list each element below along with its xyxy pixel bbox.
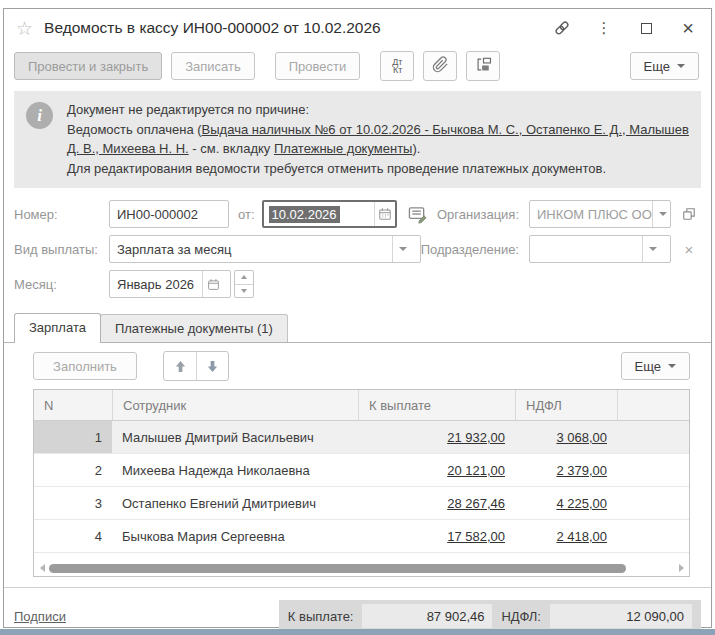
table-row[interactable]: 2 Михеева Надежда Николаевна 20 121,00 2…	[34, 454, 689, 487]
paperclip-icon	[432, 56, 449, 76]
date-label: от:	[238, 207, 255, 222]
row-paytype-department: Вид выплаты: Зарплата за месяц Подраздел…	[14, 235, 701, 263]
favorite-star-icon[interactable]: ☆	[16, 19, 33, 38]
employee-name: Остапенко Евгений Дмитриевич	[112, 487, 358, 519]
organization-field[interactable]: ИНКОМ ПЛЮС ОО	[529, 200, 671, 228]
ndfl-amount-link[interactable]: 2 418,00	[556, 529, 607, 544]
table-row[interactable]: 1 Малышев Дмитрий Васильевич 21 932,00 3…	[34, 421, 689, 454]
scroll-left-icon[interactable]	[37, 564, 47, 572]
move-buttons	[163, 351, 229, 381]
chevron-down-icon	[677, 64, 685, 68]
dtkt-icon: ДтКт	[392, 58, 402, 74]
employee-name: Михеева Надежда Николаевна	[112, 454, 358, 486]
payout-amount-link[interactable]: 21 932,00	[447, 430, 505, 445]
payment-documents-link[interactable]: Платежные документы	[274, 141, 412, 156]
date-selected-text: 10.02.2026	[269, 206, 340, 223]
employees-table: N Сотрудник К выплате НДФЛ 1 Малышев Дми…	[33, 389, 690, 577]
tab-salary[interactable]: Зарплата	[14, 313, 101, 343]
toolbar-more-button[interactable]: Еще	[630, 52, 699, 80]
row-number: 4	[34, 520, 112, 552]
payment-type-field[interactable]: Зарплата за месяц	[109, 235, 421, 263]
notice-line3: Для редактирования ведомости требуется о…	[67, 159, 689, 179]
department-clear-icon[interactable]: ×	[677, 236, 701, 262]
table-more-button[interactable]: Еще	[621, 352, 690, 380]
more-menu-icon[interactable]: ⋮	[595, 19, 613, 37]
info-icon: i	[26, 102, 53, 129]
col-header-payout[interactable]: К выплате	[358, 390, 515, 420]
notice-line1: Документ не редактируется по причине:	[67, 100, 689, 120]
related-documents-icon	[475, 56, 492, 76]
attachments-button[interactable]	[423, 51, 457, 81]
post-button[interactable]: Провести	[275, 52, 361, 80]
maximize-icon[interactable]	[637, 19, 655, 37]
number-field[interactable]: ИН00-000002	[109, 200, 229, 228]
payout-amount-link[interactable]: 28 267,46	[447, 496, 505, 511]
scrollbar-track[interactable]	[47, 563, 676, 573]
total-payout-label: К выплате:	[288, 609, 354, 624]
department-dropdown-icon[interactable]	[642, 236, 663, 262]
ndfl-amount-link[interactable]: 2 379,00	[556, 463, 607, 478]
col-header-ndfl[interactable]: НДФЛ	[515, 390, 617, 420]
lock-notice-panel: i Документ не редактируется по причине: …	[14, 91, 701, 188]
document-window: ☆ Ведомость в кассу ИН00-000002 от 10.02…	[3, 8, 712, 628]
table-toolbar: Заполнить Еще	[33, 351, 690, 381]
tab-payment-documents[interactable]: Платежные документы (1)	[100, 314, 288, 342]
payment-type-label: Вид выплаты:	[14, 242, 109, 257]
write-button[interactable]: Записать	[171, 52, 255, 80]
total-ndfl-value: 12 090,00	[550, 604, 692, 628]
move-down-icon[interactable]	[196, 352, 228, 380]
payment-type-dropdown-icon[interactable]	[392, 236, 413, 262]
edit-list-icon[interactable]	[405, 201, 431, 227]
move-up-icon[interactable]	[164, 352, 196, 380]
app-background-strip	[0, 629, 715, 635]
department-field[interactable]	[529, 235, 671, 263]
table-row[interactable]: 3 Остапенко Евгений Дмитриевич 28 267,46…	[34, 487, 689, 520]
col-header-employee[interactable]: Сотрудник	[112, 390, 358, 420]
screen: ☆ Ведомость в кассу ИН00-000002 от 10.02…	[0, 0, 715, 635]
payout-amount-link[interactable]: 20 121,00	[447, 463, 505, 478]
organization-open-icon[interactable]	[677, 201, 701, 227]
horizontal-scrollbar[interactable]	[34, 560, 689, 576]
salary-tab-content: Заполнить Еще N Сотрудник	[4, 343, 711, 585]
scroll-right-icon[interactable]	[676, 564, 686, 572]
date-field[interactable]: 10.02.2026	[262, 200, 397, 228]
row-month: Месяц: Январь 2026	[14, 270, 701, 298]
postings-dtkt-button[interactable]: ДтКт	[380, 51, 414, 81]
organization-dropdown-icon[interactable]	[652, 201, 671, 227]
organization-label: Организация:	[437, 207, 519, 222]
table-row[interactable]: 4 Бычкова Мария Сергеевна 17 582,00 2 41…	[34, 520, 689, 553]
employee-name: Бычкова Мария Сергеевна	[112, 520, 358, 552]
totals-row: Подписи К выплате: 87 902,46 НДФЛ: 12 09…	[4, 588, 711, 632]
signatures-link[interactable]: Подписи	[14, 609, 66, 624]
month-field[interactable]: Январь 2026	[109, 270, 231, 298]
ndfl-amount-link[interactable]: 4 225,00	[556, 496, 607, 511]
month-spin-down-icon[interactable]	[235, 284, 253, 298]
table-empty-space	[34, 553, 689, 560]
fill-button[interactable]: Заполнить	[33, 352, 137, 380]
row-number: 2	[34, 454, 112, 486]
close-icon[interactable]: ×	[679, 19, 697, 37]
col-header-n[interactable]: N	[34, 390, 112, 420]
post-and-close-button[interactable]: Провести и закрыть	[14, 52, 162, 80]
month-label: Месяц:	[14, 277, 109, 292]
window-title: Ведомость в кассу ИН00-000002 от 10.02.2…	[44, 19, 381, 37]
month-calendar-icon[interactable]	[202, 271, 223, 297]
row-number: 1	[34, 421, 112, 453]
notice-line2: Ведомость оплачена (Выдача наличных №6 о…	[67, 120, 689, 159]
col-header-empty	[617, 390, 689, 420]
totals-panel: К выплате: 87 902,46 НДФЛ: 12 090,00	[279, 600, 701, 632]
ndfl-amount-link[interactable]: 3 068,00	[556, 430, 607, 445]
link-icon[interactable]	[553, 19, 571, 37]
related-documents-button[interactable]	[466, 51, 500, 81]
total-ndfl-label: НДФЛ:	[501, 609, 541, 624]
payout-amount-link[interactable]: 17 582,00	[447, 529, 505, 544]
row-number: 3	[34, 487, 112, 519]
table-header-row: N Сотрудник К выплате НДФЛ	[34, 390, 689, 421]
tabstrip: Зарплата Платежные документы (1)	[4, 305, 711, 343]
employee-name: Малышев Дмитрий Васильевич	[112, 421, 358, 453]
command-toolbar: Провести и закрыть Записать Провести ДтК…	[4, 47, 711, 89]
total-payout-value: 87 902,46	[362, 604, 492, 628]
month-spin-up-icon[interactable]	[235, 271, 253, 284]
calendar-icon[interactable]	[374, 202, 395, 226]
scrollbar-thumb[interactable]	[49, 564, 626, 573]
